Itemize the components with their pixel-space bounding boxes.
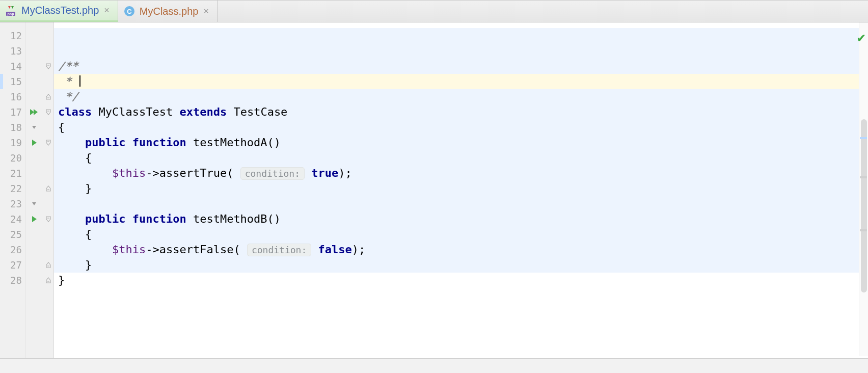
fold-gutter — [43, 22, 54, 358]
code-line[interactable]: * — [54, 74, 868, 89]
line-number: 17 — [0, 104, 22, 120]
line-number: 25 — [0, 227, 22, 242]
fold-icon[interactable] — [43, 135, 53, 150]
token: public function — [85, 136, 193, 149]
line-number: 12 — [0, 28, 22, 43]
scrollbar-marker[interactable] — [860, 229, 867, 231]
chevron-down-icon[interactable] — [25, 120, 43, 135]
token: */ — [58, 90, 78, 103]
token: { — [58, 151, 92, 164]
token — [58, 136, 85, 149]
code-line[interactable] — [54, 28, 868, 43]
token: $this — [112, 243, 146, 256]
code-line[interactable]: /** — [54, 59, 868, 74]
token: } — [58, 182, 92, 195]
token: testMethodB — [193, 212, 267, 225]
svg-marker-10 — [32, 202, 36, 205]
token: ( — [233, 243, 247, 256]
code-line[interactable]: public function testMethodB() — [54, 211, 868, 227]
run-test-icon[interactable] — [25, 104, 43, 120]
token: * — [58, 75, 78, 88]
tab-myclasstest[interactable]: php MyClassTest.php × — [0, 1, 118, 22]
fold-icon[interactable] — [43, 257, 53, 273]
fold-icon[interactable] — [43, 89, 53, 104]
inspection-ok-icon: ✔ — [857, 30, 865, 45]
code-line[interactable]: $this->assertTrue( condition: true); — [54, 166, 868, 181]
code-line[interactable]: } — [54, 273, 868, 288]
code-line[interactable] — [54, 196, 868, 211]
line-number: 27 — [0, 257, 22, 273]
tab-title: MyClassTest.php — [21, 5, 99, 16]
token: { — [58, 121, 65, 134]
token: assertTrue — [159, 167, 227, 179]
line-number: 14 — [0, 59, 22, 74]
code-line[interactable]: public function testMethodA() — [54, 135, 868, 150]
code-line[interactable]: { — [54, 120, 868, 135]
chevron-down-icon[interactable] — [25, 196, 43, 211]
token — [305, 167, 311, 179]
token — [58, 243, 112, 256]
svg-marker-2 — [8, 6, 11, 9]
line-number: 23 — [0, 196, 22, 211]
run-test-icon[interactable] — [25, 135, 43, 150]
line-number: 20 — [0, 150, 22, 166]
code-line[interactable]: { — [54, 227, 868, 242]
tab-myclass[interactable]: C MyClass.php × — [118, 1, 218, 22]
fold-icon[interactable] — [43, 211, 53, 227]
code-line[interactable]: { — [54, 150, 868, 166]
code-line[interactable]: */ — [54, 89, 868, 104]
svg-marker-11 — [32, 216, 37, 222]
line-number: 19 — [0, 135, 22, 150]
class-icon: C — [123, 5, 135, 17]
token: } — [58, 274, 65, 286]
fold-icon[interactable] — [43, 104, 53, 120]
token: condition: — [247, 244, 311, 256]
editor: 1213141516171819202122232425262728 /** *… — [0, 22, 868, 359]
token: testMethodA — [193, 136, 267, 149]
scrollbar[interactable]: ✔ — [859, 22, 868, 356]
svg-marker-3 — [11, 6, 14, 9]
code-line[interactable]: $this->assertFalse( condition: false); — [54, 242, 868, 257]
line-number: 21 — [0, 166, 22, 181]
token: public function — [85, 212, 193, 225]
code-line[interactable] — [54, 43, 868, 59]
run-test-icon[interactable] — [25, 211, 43, 227]
token: () — [267, 136, 281, 149]
token: ); — [338, 167, 352, 179]
svg-marker-8 — [32, 126, 36, 129]
token: $this — [112, 167, 146, 179]
fold-icon[interactable] — [43, 59, 53, 74]
svg-marker-9 — [32, 140, 37, 146]
line-number: 24 — [0, 211, 22, 227]
php-test-icon: php — [5, 5, 17, 17]
close-icon[interactable]: × — [202, 6, 210, 17]
code-line[interactable]: class MyClassTest extends TestCase — [54, 104, 868, 120]
status-bar — [0, 359, 868, 372]
token: TestCase — [233, 105, 287, 118]
line-number: 22 — [0, 181, 22, 196]
fold-icon[interactable] — [43, 181, 53, 196]
token: false — [318, 243, 352, 256]
line-number: 18 — [0, 120, 22, 135]
token: class — [58, 105, 98, 118]
scrollbar-thumb[interactable] — [861, 119, 867, 292]
close-icon[interactable]: × — [103, 5, 111, 16]
token: { — [58, 228, 92, 241]
code-line[interactable]: } — [54, 181, 868, 196]
line-number: 26 — [0, 242, 22, 257]
token: ); — [352, 243, 366, 256]
text-cursor — [79, 75, 80, 87]
scrollbar-marker[interactable] — [860, 137, 867, 139]
line-number: 16 — [0, 89, 22, 104]
svg-marker-6 — [30, 109, 34, 115]
fold-icon[interactable] — [43, 273, 53, 288]
token: MyClassTest — [98, 105, 179, 118]
token: extends — [179, 105, 233, 118]
scrollbar-marker[interactable] — [860, 176, 867, 178]
code-line[interactable]: } — [54, 257, 868, 273]
run-gutter — [25, 22, 43, 358]
line-number: 13 — [0, 43, 22, 59]
tab-title: MyClass.php — [140, 6, 199, 17]
tab-bar: php MyClassTest.php × C MyClass.php × — [0, 0, 868, 22]
code-area[interactable]: /** * */class MyClassTest extends TestCa… — [54, 22, 868, 358]
